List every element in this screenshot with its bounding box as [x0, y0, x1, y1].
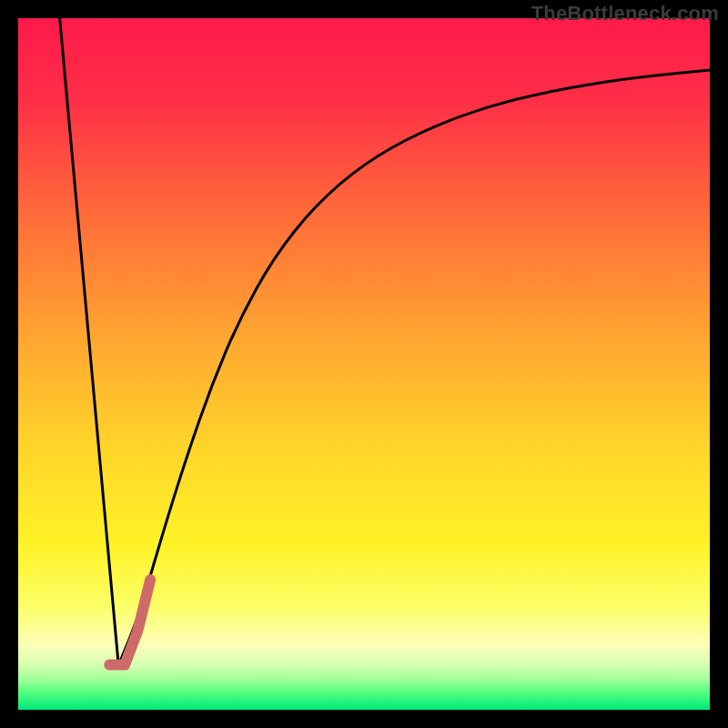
curves-layer [18, 18, 710, 710]
left-descent-line [60, 18, 119, 665]
chart-frame: TheBottleneck.com [0, 0, 728, 728]
right-curve-line [118, 70, 710, 665]
watermark-text: TheBottleneck.com [531, 2, 719, 25]
plot-area [18, 18, 710, 710]
